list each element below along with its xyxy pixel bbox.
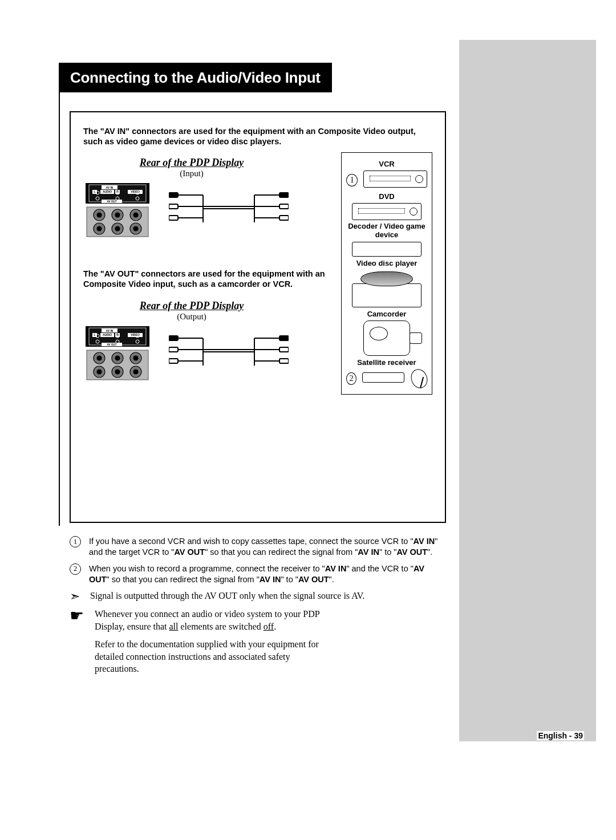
svg-rect-74 <box>169 336 178 340</box>
panel-avout-label: AV OUT <box>107 200 116 203</box>
panel-audio-r: R <box>116 190 119 194</box>
arrow-note-row: ➣ Signal is outputted through the AV OUT… <box>70 590 446 603</box>
note1-part: If you have a second VCR and wish to cop… <box>89 537 414 546</box>
note2-part: When you wish to record a programme, con… <box>89 564 325 573</box>
svg-point-63 <box>97 356 102 360</box>
svg-text:VIDEO: VIDEO <box>131 333 140 336</box>
intro-text-avout: The "AV OUT" connectors are used for the… <box>83 269 351 289</box>
note1-part: " so that you can redirect the signal fr… <box>205 547 358 557</box>
note2-avout2: AV OUT <box>298 575 329 584</box>
rear-panel-output: AV IN L AUDIO R VIDEO AV OUT <box>83 325 152 382</box>
note1-avin2: AV IN <box>358 547 379 557</box>
note2-avin1: AV IN <box>325 564 347 573</box>
note2-part: " and the VCR to " <box>346 564 414 573</box>
svg-point-20 <box>133 213 138 217</box>
svg-rect-83 <box>279 347 289 352</box>
svg-rect-87 <box>279 359 289 363</box>
dvd-label: DVD <box>346 192 427 201</box>
svg-rect-40 <box>279 216 289 220</box>
note1-avin1: AV IN <box>414 537 435 546</box>
decoder-label: Decoder / Video game device <box>346 222 427 240</box>
svg-point-65 <box>115 356 120 360</box>
rear-heading-1: Rear of the PDP Display <box>83 157 300 169</box>
circled-2-icon: 2 <box>70 563 81 575</box>
svg-rect-80 <box>279 336 289 340</box>
ref-number-2-icon: 2 <box>346 372 356 385</box>
advice-underline-all: all <box>169 622 178 631</box>
cable-bundle-output <box>169 334 289 374</box>
svg-rect-81 <box>169 347 178 352</box>
svg-rect-27 <box>169 193 178 197</box>
rear-heading-2: Rear of the PDP Display <box>83 300 300 312</box>
svg-point-16 <box>97 213 102 217</box>
svg-point-18 <box>115 213 120 217</box>
dvd-icon <box>352 203 422 220</box>
disc-player-icon <box>352 283 422 307</box>
svg-rect-33 <box>279 193 289 197</box>
svg-point-26 <box>133 226 138 231</box>
section-title-bar: Connecting to the Audio/Video Input <box>59 63 332 92</box>
disc-label: Video disc player <box>346 259 427 267</box>
page-number: English - 39 <box>537 731 584 740</box>
svg-point-24 <box>115 226 120 231</box>
advice-paragraph-1: Whenever you connect an audio or video s… <box>95 608 322 632</box>
circled-1-icon: 1 <box>70 536 81 547</box>
output-label: (Output) <box>83 312 300 322</box>
arrow-note-text: Signal is outputted through the AV OUT o… <box>90 590 364 603</box>
advice-part: . <box>274 622 276 631</box>
outlined-arrow-icon: ➣ <box>70 590 82 603</box>
note1-part: ". <box>427 547 432 557</box>
sat-receiver-icon <box>362 372 404 383</box>
svg-rect-37 <box>169 216 178 220</box>
note2-part: ". <box>329 575 334 584</box>
section-title: Connecting to the Audio/Video Input <box>70 69 321 87</box>
diagram-output-row: AV IN L AUDIO R VIDEO AV OUT <box>83 325 300 382</box>
panel-audio: AUDIO <box>103 190 112 194</box>
footnote-2: 2 When you wish to record a programme, c… <box>70 563 446 585</box>
svg-point-22 <box>97 226 102 231</box>
sat-label: Satellite receiver <box>346 358 427 367</box>
diagram-box: The "AV IN" connectors are used for the … <box>70 111 446 523</box>
camcorder-icon <box>363 320 410 356</box>
vcr-icon <box>363 171 427 188</box>
panel-avin-label: AV IN <box>106 186 114 189</box>
ref-number-1-icon: 1 <box>346 174 358 186</box>
svg-text:R: R <box>116 333 119 336</box>
vcr-label: VCR <box>346 160 427 168</box>
svg-text:AV OUT: AV OUT <box>107 343 116 346</box>
input-label: (Input) <box>83 169 300 178</box>
advice-paragraph-2: Refer to the documentation supplied with… <box>95 638 322 675</box>
note2-avin2: AV IN <box>260 575 281 584</box>
advice-part: elements are switched <box>178 622 263 631</box>
note1-part: " to " <box>379 547 396 557</box>
svg-point-67 <box>133 356 138 360</box>
svg-point-71 <box>115 370 120 374</box>
svg-point-73 <box>133 370 138 374</box>
svg-text:AUDIO: AUDIO <box>103 333 112 336</box>
note1-avout2: AV OUT <box>396 547 427 557</box>
svg-rect-34 <box>169 204 178 209</box>
intro-text-avin: The "AV IN" connectors are used for the … <box>83 126 432 147</box>
devices-column: VCR 1 DVD Decoder / Video game device Vi… <box>341 152 432 395</box>
svg-rect-36 <box>279 204 289 209</box>
advice-underline-off: off <box>264 622 274 631</box>
decoder-icon <box>352 242 422 257</box>
diagram-input-row: AV IN L AUDIO R VIDEO AV OUT <box>83 182 300 239</box>
note1-avout1: AV OUT <box>174 547 205 557</box>
left-rule <box>59 92 60 526</box>
advice-block: ☛ Whenever you connect an audio or video… <box>70 608 322 675</box>
svg-rect-84 <box>169 359 178 363</box>
panel-video: VIDEO <box>131 190 140 194</box>
pointing-hand-icon: ☛ <box>70 608 86 675</box>
svg-text:AV IN: AV IN <box>106 328 114 332</box>
footnotes: 1 If you have a second VCR and wish to c… <box>70 536 446 603</box>
rear-panel-input: AV IN L AUDIO R VIDEO AV OUT <box>83 182 152 239</box>
footnote-1: 1 If you have a second VCR and wish to c… <box>70 536 446 558</box>
satellite-dish-icon <box>408 367 430 390</box>
note2-part: " so that you can redirect the signal fr… <box>107 575 260 584</box>
note2-part: " to " <box>281 575 298 584</box>
camcorder-label: Camcorder <box>346 310 427 318</box>
svg-point-69 <box>97 370 102 374</box>
margin-gray-column <box>456 40 596 741</box>
cable-bundle-input <box>169 190 289 230</box>
